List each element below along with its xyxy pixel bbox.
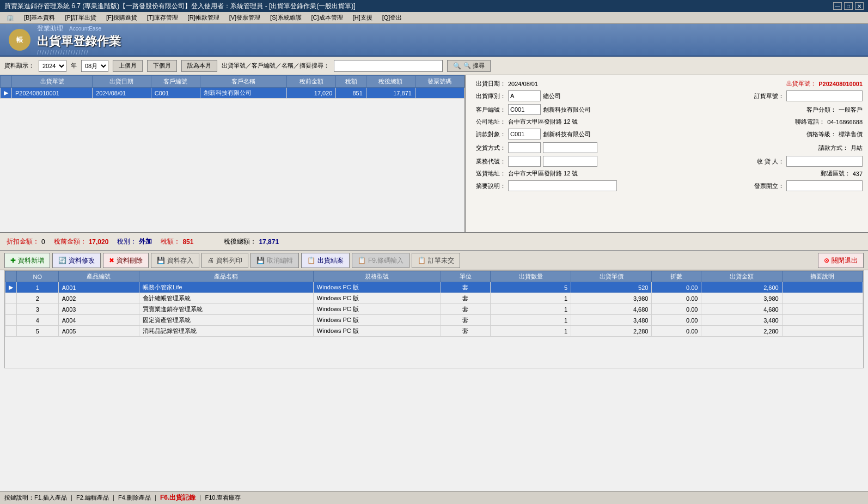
order-no-input[interactable] (786, 90, 863, 101)
menu-basic[interactable]: [B]基本資料 (20, 13, 59, 23)
address-label: 公司地址： (471, 118, 506, 126)
sales-name-input[interactable] (543, 156, 597, 167)
menu-logout[interactable]: [Q]登出 (378, 13, 407, 23)
detail-col-memo: 摘要說明 (782, 271, 863, 282)
search-btn[interactable]: 🔍 🔍 搜尋 (447, 60, 491, 72)
col-header-pointer (1, 76, 12, 88)
detail-pointer (5, 315, 17, 326)
invoice-cell (415, 88, 464, 99)
print-btn[interactable]: 🖨 資料列印 (201, 253, 248, 268)
detail-col-amount: 出貨金額 (701, 271, 782, 282)
col-header-invoiceno: 發票號碼 (415, 76, 464, 88)
col-header-total: 稅後總額 (366, 76, 415, 88)
col-header-custname: 客戶名稱 (200, 76, 287, 88)
detail-pointer (5, 304, 17, 315)
close-icon: ⊗ (824, 257, 829, 264)
total-cell: 17,871 (366, 88, 415, 99)
order-icon: 📋 (418, 257, 426, 264)
menu-invoice[interactable]: [V]發票管理 (225, 13, 265, 23)
detail-table-wrapper[interactable]: NO 產品編號 產品名稱 規格型號 單位 出貨數量 出貨單價 折數 出貨金額 摘… (4, 270, 864, 368)
sales-code-input[interactable] (508, 156, 541, 167)
ship-date-label: 出貨日期： (471, 80, 506, 88)
detail-qty: 1 (490, 293, 571, 304)
col-header-shipdate: 出貨日期 (93, 76, 151, 88)
close-btn[interactable]: ✕ (855, 2, 864, 10)
status-highlight: F6.出貨記錄 (160, 494, 195, 501)
menu-stock[interactable]: [T]庫存管理 (143, 13, 182, 23)
cust-type-label: 客戶分類： (802, 106, 836, 114)
menu-order[interactable]: [P]訂單出貨 (60, 13, 100, 23)
menu-payment[interactable]: [R]帳款管理 (184, 13, 224, 23)
pretax-cell: 17,020 (287, 88, 336, 99)
year-select[interactable]: 2024 (39, 60, 66, 72)
edit-icon: 🔄 (58, 257, 66, 264)
month-select[interactable]: 08月 (81, 60, 108, 72)
next-month-btn[interactable]: 下個月 (147, 60, 177, 72)
edit-btn[interactable]: 🔄 資料修改 (52, 253, 101, 268)
detail-row[interactable]: 3 A003 買賣業進銷存管理系統 Windows PC 版 套 1 4,680… (5, 304, 863, 315)
detail-discount: 0.00 (652, 304, 701, 315)
this-month-btn[interactable]: 設為本月 (181, 60, 217, 72)
list-row[interactable]: ▶ P202408010001 2024/08/01 C001 創新科技有限公司… (1, 88, 464, 99)
detail-prodcode: A003 (58, 304, 139, 315)
order-btn[interactable]: 📋 訂單未交 (412, 253, 460, 268)
list-table-wrapper[interactable]: 出貨單號 出貨日期 客戶編號 客戶名稱 稅前金額 稅額 稅後總額 發票號碼 ▶ … (0, 75, 464, 232)
phone-value: 04-16866688 (827, 119, 863, 125)
billto-code-input[interactable] (508, 129, 541, 139)
delivery-name-input[interactable] (543, 142, 597, 153)
menu-cost[interactable]: [C]成本管理 (307, 13, 347, 23)
row-pointer: ▶ (1, 88, 12, 99)
menu-system[interactable]: [S]系統維護 (266, 13, 305, 23)
detail-spec: Windows PC 版 (313, 315, 441, 326)
memo-input[interactable] (508, 180, 617, 191)
detail-unit: 套 (441, 282, 490, 293)
taxtype-label: 稅別： (117, 237, 137, 246)
cust-code-input[interactable] (508, 104, 541, 115)
maximize-btn[interactable]: □ (844, 2, 853, 10)
detail-price: 520 (571, 282, 652, 293)
ship-btn[interactable]: 📋 出貨結案 (301, 253, 350, 268)
delivery-code-input[interactable] (508, 142, 541, 153)
detail-row[interactable]: 2 A002 會計總帳管理系統 Windows PC 版 套 1 3,980 0… (5, 293, 863, 304)
delivery-label: 交貨方式： (471, 144, 506, 152)
prev-month-btn[interactable]: 上個月 (113, 60, 143, 72)
warehouse-input[interactable] (508, 90, 541, 101)
menu-icon[interactable]: 🏢 (2, 13, 19, 22)
sales-label: 業務代號： (471, 157, 506, 166)
invoice-input[interactable] (786, 180, 863, 191)
detail-row[interactable]: 5 A005 消耗品記錄管理系統 Windows PC 版 套 1 2,280 … (5, 326, 863, 337)
menu-purchase[interactable]: [F]採購進貨 (102, 13, 142, 23)
detail-discount: 0.00 (652, 315, 701, 326)
app-header: 帳 登業助理 AccountEase 出貨單登錄作業 /////////////… (0, 24, 868, 57)
right-form-panel: 出貨日期： 2024/08/01 出貨單號： P202408010001 出貨庫… (466, 75, 868, 232)
close-exit-btn[interactable]: ⊗ 關閉退出 (818, 253, 864, 268)
save-icon: 💾 (157, 257, 165, 264)
year-label: 資料顯示： (4, 62, 34, 70)
minimize-btn[interactable]: — (833, 2, 842, 10)
search-input[interactable] (334, 60, 443, 72)
detail-row[interactable]: 4 A004 固定資產管理系統 Windows PC 版 套 1 3,480 0… (5, 315, 863, 326)
price-value: 標準售價 (839, 130, 863, 138)
detail-price: 3,480 (571, 315, 652, 326)
col-header-pretax: 稅前金額 (287, 76, 336, 88)
detail-row[interactable]: ▶ 1 A001 帳務小管家Life Windows PC 版 套 5 520 … (5, 282, 863, 293)
status-text: 按鍵說明：F1.插入產品 ｜ F2.編輯產品 ｜ F4.刪除產品 ｜ F6.出貨… (4, 493, 241, 502)
order-no-label: 訂貨單號： (749, 92, 784, 100)
logo-text: 帳 (16, 35, 23, 45)
receiver-input[interactable] (786, 156, 863, 167)
cancel-icon: 💾 (256, 257, 265, 264)
add-icon: ✚ (10, 257, 16, 264)
save-btn[interactable]: 💾 資料存入 (151, 253, 199, 268)
menu-support[interactable]: [H]支援 (349, 13, 377, 23)
detail-pointer (5, 293, 17, 304)
detail-prodcode: A004 (58, 315, 139, 326)
discount-value: 0 (41, 238, 45, 246)
add-btn[interactable]: ✚ 資料新增 (4, 253, 50, 268)
detail-col-prodcode: 產品編號 (58, 271, 139, 282)
delete-btn[interactable]: ✖ 資料刪除 (103, 253, 149, 268)
phone-label: 聯絡電話： (790, 118, 825, 126)
tax-label: 稅額： (161, 237, 180, 246)
status-bar: 按鍵說明：F1.插入產品 ｜ F2.編輯產品 ｜ F4.刪除產品 ｜ F6.出貨… (0, 491, 868, 504)
detail-price: 3,980 (571, 293, 652, 304)
detail-qty: 1 (490, 326, 571, 337)
